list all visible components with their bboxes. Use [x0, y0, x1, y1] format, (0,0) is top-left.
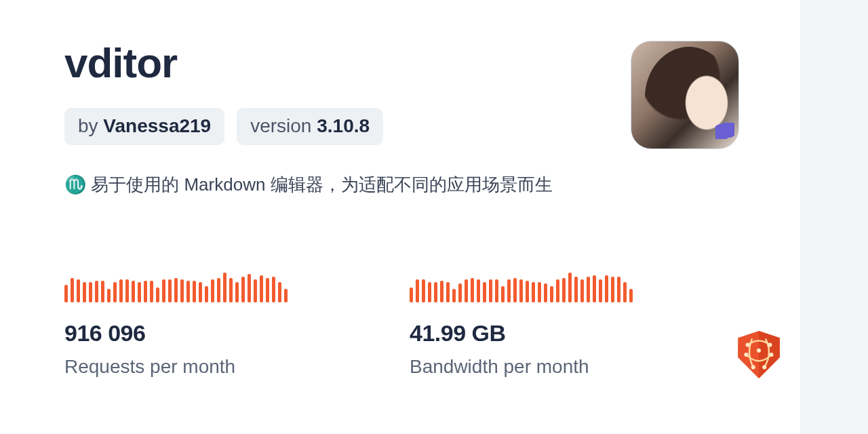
version-badge: version 3.10.8: [237, 108, 383, 145]
requests-value: 916 096: [64, 320, 288, 347]
author-badge[interactable]: by Vanessa219: [64, 108, 224, 145]
version-prefix: version: [250, 115, 317, 136]
author-prefix: by: [78, 115, 103, 136]
bandwidth-label: Bandwidth per month: [410, 356, 633, 378]
svg-point-8: [757, 349, 761, 353]
bandwidth-sparkline: [410, 271, 633, 302]
svg-point-5: [769, 353, 773, 357]
svg-point-6: [751, 365, 755, 369]
stat-requests: 916 096 Requests per month: [64, 271, 288, 378]
requests-label: Requests per month: [64, 356, 288, 378]
package-title: vditor: [64, 41, 383, 85]
version-value: 3.10.8: [317, 115, 370, 136]
package-description: ♏ 易于使用的 Markdown 编辑器，为适配不同的应用场景而生: [64, 172, 675, 197]
svg-point-3: [768, 343, 772, 347]
requests-sparkline: [64, 271, 288, 302]
stat-bandwidth: 41.99 GB Bandwidth per month: [410, 271, 633, 378]
author-name: Vanessa219: [103, 115, 211, 136]
svg-point-2: [745, 343, 749, 347]
bandwidth-value: 41.99 GB: [410, 320, 633, 347]
jsdelivr-icon: [736, 330, 781, 380]
svg-point-4: [744, 353, 748, 357]
side-strip: [800, 0, 868, 434]
svg-point-7: [762, 365, 766, 369]
avatar: [631, 41, 739, 149]
